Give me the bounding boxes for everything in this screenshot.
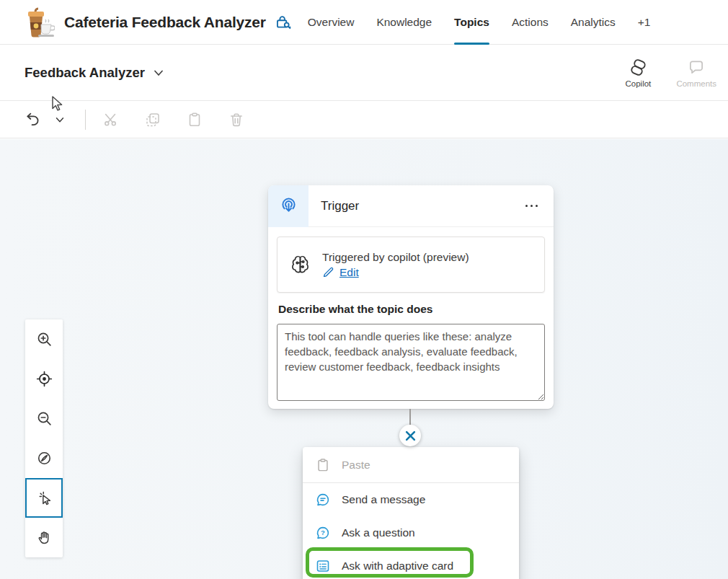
edit-trigger-link[interactable]: Edit [322,266,469,279]
select-tool[interactable] [25,478,63,518]
trigger-source-line: Triggered by copilot (preview) [322,251,469,264]
copilot-button[interactable]: Copilot [618,58,657,88]
cut-button[interactable] [100,107,122,133]
paste-button[interactable] [184,107,205,133]
main-tabs: Overview Knowledge Topics Actions Analyt… [308,0,651,45]
trigger-source-text: Triggered by copilot (preview) Edit [322,251,469,279]
paste-icon [186,111,203,128]
trash-icon [228,111,245,128]
description-label: Describe what the topic does [278,303,432,316]
tab-overview[interactable]: Overview [308,0,355,45]
header-actions: Copilot Comments [618,58,716,88]
trigger-node-header: Trigger [268,185,554,227]
toolbar-divider [85,110,86,130]
cut-icon [102,111,120,128]
pencil-icon [322,266,334,278]
zoom-out-icon [36,410,53,427]
copilot-icon [629,58,648,77]
zoom-out-tool[interactable] [25,399,63,438]
comments-button-label: Comments [676,79,716,88]
paste-icon-glyph [315,457,331,473]
pan-tool[interactable] [25,518,63,557]
add-node-button[interactable] [399,425,421,446]
compass-tool[interactable] [25,438,63,478]
tab-analytics[interactable]: Analytics [571,0,616,45]
copy-button[interactable] [142,107,164,133]
copilot-studio-window: Cafeteria Feedback Analyzer Overview Kno… [0,0,728,579]
close-icon [405,430,416,441]
chevron-down-icon [151,66,166,80]
tab-knowledge[interactable]: Knowledge [376,0,432,45]
send-message-icon [315,492,331,508]
undo-expand-button[interactable] [49,107,71,133]
highlight-annotation [306,547,474,578]
clipboard-commands [100,107,247,133]
center-canvas-tool[interactable] [25,359,63,399]
tab-more[interactable]: +1 [638,0,651,45]
topic-name: Feedback Analyzer [25,65,145,81]
ask-question-icon: ? [315,525,331,541]
topic-picker[interactable]: Feedback Analyzer [25,65,166,81]
delete-button[interactable] [226,107,247,133]
menu-item-label: Paste [342,459,370,472]
trigger-node-title: Trigger [321,199,359,213]
lock-key-icon [273,13,293,32]
menu-item-send-message[interactable]: Send a message [303,483,519,516]
comment-bubble-icon [687,58,706,77]
undo-icon [24,110,42,128]
hand-icon [36,529,53,546]
tab-topics[interactable]: Topics [454,0,489,45]
paste-icon [315,457,331,473]
tab-actions[interactable]: Actions [512,0,549,45]
zoom-in-tool[interactable] [25,319,63,359]
select-cursor-icon [36,490,53,506]
coffee-cup-icon [19,5,55,40]
trigger-source-card: Triggered by copilot (preview) Edit [277,237,545,293]
copy-icon [144,111,161,128]
trigger-icon [268,185,308,227]
svg-text:?: ? [321,529,325,536]
authoring-canvas[interactable]: Trigger Triggered by copilot (preview) [0,139,728,579]
topic-header: Feedback Analyzer Copilot [0,45,728,101]
canvas-tool-palette [25,319,63,557]
trigger-node[interactable]: Trigger Triggered by copilot (preview) [268,185,554,409]
copilot-brain-icon [289,254,311,276]
undo-button[interactable] [22,107,43,133]
menu-item-label: Send a message [342,493,425,506]
menu-item-ask-question[interactable]: ? Ask a question [303,516,519,549]
topic-description-input[interactable]: This tool can handle queries like these:… [277,324,545,401]
comments-button[interactable]: Comments [676,58,716,88]
canvas-toolbar [0,101,728,138]
compass-icon [36,450,53,467]
more-options-button[interactable] [524,200,540,212]
node-connector-line [409,409,411,425]
menu-item-paste[interactable]: Paste [303,447,519,482]
center-target-icon [36,371,53,387]
app-header: Cafeteria Feedback Analyzer Overview Kno… [0,0,728,45]
edit-link-label: Edit [339,266,359,279]
app-title: Cafeteria Feedback Analyzer [64,14,266,31]
chevron-down-icon [53,113,66,126]
copilot-button-label: Copilot [625,79,651,88]
zoom-in-icon [36,331,53,348]
menu-item-label: Ask a question [342,526,415,539]
